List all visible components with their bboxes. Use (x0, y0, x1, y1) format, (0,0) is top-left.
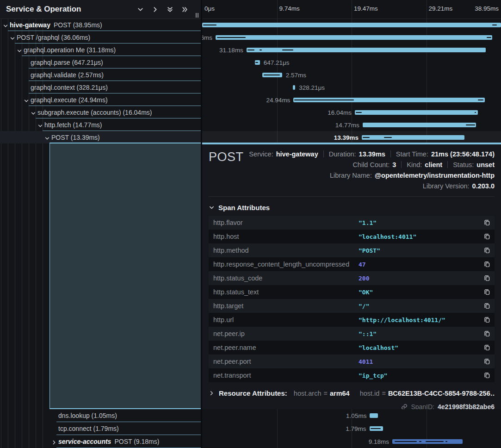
span-tree-row[interactable]: POST (13.39ms) (0, 131, 201, 143)
copy-value-button[interactable] (484, 358, 490, 365)
copy-value-button[interactable] (484, 219, 490, 226)
span-tree-row[interactable]: graphql.context (328.21μs) (0, 81, 201, 93)
span-attributes-table: http.flavor"1.1"http.host"localhost:4011… (209, 216, 495, 382)
span-tree-row[interactable]: service-accountsPOST (9.18ms) (0, 435, 201, 448)
resource-value: arm64 (330, 390, 350, 397)
span-name-label: graphql.validate (2.57ms) (31, 71, 104, 79)
link-icon[interactable] (401, 404, 408, 409)
chevrons-down-button[interactable] (166, 5, 174, 13)
copy-value-button[interactable] (484, 233, 490, 240)
chevron-right-icon[interactable] (51, 439, 57, 447)
chevron-down-icon[interactable] (17, 47, 22, 56)
copy-value-button[interactable] (484, 303, 490, 309)
span-name-label: http.fetch (14.77ms) (44, 121, 102, 129)
ruler-tick-label: 0μs (204, 0, 215, 18)
duration-label: 1.05ms (346, 412, 366, 419)
span-detail-header: POST Service:hive-gatewayDuration:13.39m… (209, 144, 495, 197)
timeline-panel: 0μs9.74ms19.47ms29.21ms38.95ms 38.95ms36… (202, 0, 501, 448)
chevron-down-icon[interactable] (37, 122, 43, 131)
attribute-value: 4011 (359, 358, 373, 365)
meta-divider (401, 161, 402, 168)
span-name-label: graphql.operation Me (31.18ms) (24, 46, 116, 54)
panel-title: Service & Operation (6, 0, 81, 19)
attribute-row: http.flavor"1.1" (209, 216, 495, 230)
ruler-tick-label: 38.95ms (475, 0, 499, 18)
copy-value-button[interactable] (484, 372, 490, 379)
chevron-down-icon[interactable] (24, 97, 29, 106)
span-tree-row[interactable]: graphql.validate (2.57ms) (0, 68, 201, 81)
attribute-row: http.host"localhost:4011" (209, 230, 495, 243)
child-span-notch (247, 50, 254, 50)
chevron-down-icon[interactable] (10, 35, 15, 43)
span-bar[interactable] (370, 426, 383, 431)
duration-label: 16.04ms (328, 109, 352, 116)
span-name-label: hive-gatewayPOST (38.95ms) (10, 21, 102, 29)
chevrons-right-button[interactable] (180, 5, 189, 13)
span-tree-row[interactable]: http.fetch (14.77ms) (0, 118, 201, 131)
span-bar[interactable] (255, 60, 260, 65)
copy-value-button[interactable] (484, 344, 490, 351)
child-span-notch (282, 50, 293, 50)
span-bar[interactable] (392, 439, 463, 444)
span-bar[interactable] (355, 110, 478, 115)
span-tree-row[interactable]: graphql.parse (647.21μs) (0, 56, 201, 68)
span-meta-line: Library Name:@opentelemetry/instrumentat… (330, 170, 495, 180)
span-bar[interactable] (262, 73, 282, 77)
copy-value-button[interactable] (484, 261, 490, 268)
span-tree-row[interactable]: subgraph.execute (accounts) (16.04ms) (0, 106, 201, 118)
attribute-key: http.target (213, 302, 243, 310)
child-span-notch (264, 75, 280, 75)
span-meta-line: Service:hive-gatewayDuration:13.39msStar… (249, 149, 495, 159)
tree-panel-header: Service & Operation (0, 0, 201, 19)
attribute-value: "1.1" (359, 219, 377, 226)
span-bar[interactable] (216, 35, 492, 40)
attribute-row: http.status_code200 (209, 271, 495, 285)
chevron-down-icon[interactable] (3, 22, 8, 31)
attribute-key: http.host (213, 233, 239, 240)
span-bar[interactable] (247, 48, 486, 52)
span-tree-row[interactable]: graphql.execute (24.94ms) (0, 93, 201, 106)
span-bar[interactable] (370, 413, 377, 418)
copy-value-button[interactable] (484, 275, 490, 281)
timeline-row: 1.79ms (202, 422, 501, 435)
span-tree-row[interactable]: tcp.connect (1.79ms) (0, 422, 201, 435)
child-span-notch (294, 100, 354, 100)
chevron-right-button[interactable] (151, 5, 159, 13)
copy-value-button[interactable] (484, 317, 490, 323)
copy-value-button[interactable] (484, 289, 490, 295)
chevron-down-icon[interactable] (31, 110, 36, 118)
copy-value-button[interactable] (484, 330, 490, 337)
span-attributes-header[interactable]: Span Attributes (209, 204, 495, 212)
timeline-row: 647.21μs (202, 56, 501, 68)
span-bar[interactable] (293, 85, 295, 90)
attribute-row: http.method"POST" (209, 243, 495, 257)
span-meta-line: Library Version:0.203.0 (423, 181, 495, 191)
span-tree-row[interactable]: dns.lookup (1.05ms) (0, 409, 201, 422)
copy-icon (484, 275, 490, 281)
duration-label: 9.18ms (369, 438, 389, 445)
span-tree-row[interactable]: hive-gatewayPOST (38.95ms) (0, 19, 201, 31)
meta-label: Library Name: (330, 172, 372, 179)
copy-value-button[interactable] (484, 247, 490, 254)
equals-sign: = (323, 390, 327, 397)
span-bar[interactable] (363, 123, 476, 127)
meta-label: Library Version: (423, 182, 470, 190)
span-bar[interactable] (362, 135, 464, 140)
child-span-notch (260, 50, 262, 50)
span-tree-row[interactable]: POST /graphql (36.06ms) (0, 31, 201, 44)
panel-divider[interactable] (201, 0, 202, 448)
span-bar[interactable] (202, 23, 501, 27)
timeline-row: 36.06ms (202, 31, 501, 44)
chevron-down-icon[interactable] (44, 135, 50, 143)
span-tree-row[interactable]: graphql.operation Me (31.18ms) (0, 44, 201, 56)
span-detail-panel: POST Service:hive-gatewayDuration:13.39m… (202, 143, 501, 409)
span-bar[interactable] (293, 98, 485, 102)
duration-label: 2.57ms (286, 71, 306, 78)
chevron-down-button[interactable] (136, 5, 144, 13)
chevron-down-icon (137, 6, 144, 13)
attribute-row: http.status_text"OK" (209, 285, 495, 299)
resource-attributes-row[interactable]: Resource Attributes:host.arch=arm64host.… (209, 389, 495, 397)
span-name-label: subgraph.execute (accounts) (16.04ms) (37, 109, 152, 116)
panel-resize-grip[interactable] (196, 13, 198, 18)
span-name-label: graphql.execute (24.94ms) (31, 96, 108, 104)
